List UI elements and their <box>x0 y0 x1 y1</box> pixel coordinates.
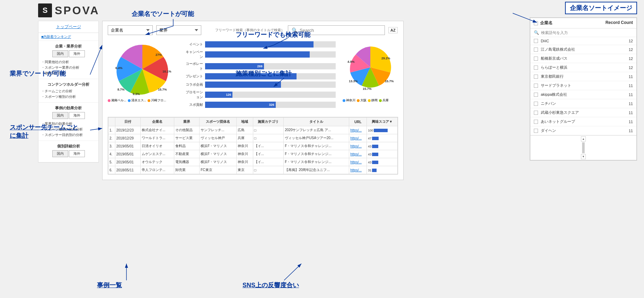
row-record-count: 11 <box>626 129 633 133</box>
sidebar-tab-domestic-1[interactable]: 国内 <box>52 50 68 57</box>
svg-text:13.3%: 13.3% <box>349 79 358 83</box>
table-row: 1. 2019/12/23 株式会社ナイ... その他製品 サンフレッチ... … <box>108 126 398 134</box>
right-panel-company-row[interactable]: 武蔵小杉東急スクエア 11 <box>530 108 636 117</box>
cell-category: 【イ... <box>253 158 284 166</box>
sidebar-item-same-industry[interactable]: 同業他社の分析 <box>41 59 96 65</box>
cell-area: 東京 <box>237 166 253 174</box>
right-panel-company-row[interactable]: akippa株式会社 11 <box>530 90 636 99</box>
row-record-count: 12 <box>626 39 633 43</box>
logo-s-icon: S <box>38 3 52 17</box>
row-checkbox[interactable] <box>534 57 538 61</box>
sidebar-section-title-1: 企業・業界分析 <box>41 44 96 49</box>
sidebar-tabs-4: 国内 海外 <box>41 150 96 157</box>
sidebar-tab-overseas-3[interactable]: 海外 <box>69 112 85 119</box>
cell-category: □ <box>253 166 284 174</box>
cell-date: 2018/12/29 <box>115 134 140 142</box>
pie-chart-2: 29.2% 15.7% 15.7% 13.3% 4.9% <box>343 41 398 97</box>
row-checkbox[interactable] <box>534 93 538 97</box>
sidebar-tab-overseas-4[interactable]: 海外 <box>69 150 85 157</box>
pie-legend-2: 神奈川 大阪 静岡 兵庫 <box>343 98 398 103</box>
col-area[interactable]: 地域 <box>237 118 253 126</box>
col-category[interactable]: 施策カテゴリ <box>253 118 284 126</box>
row-checkbox[interactable] <box>534 48 538 52</box>
col-url[interactable]: URL <box>349 118 367 126</box>
row-checkbox[interactable] <box>534 102 538 106</box>
col-title[interactable]: タイトル <box>284 118 349 126</box>
row-company-name: akippa株式会社 <box>541 92 623 97</box>
right-panel-company-row[interactable]: 江ノ島電鉄株式会社 12 <box>530 45 636 54</box>
sidebar-tab-overseas-1[interactable]: 海外 <box>69 50 85 57</box>
right-panel-company-row[interactable]: ダイヘン 11 <box>530 126 636 135</box>
bar-row-collab: コラボ企画 <box>184 82 336 88</box>
right-panel-company-row[interactable]: ニチバン 11 <box>530 99 636 108</box>
cell-url[interactable]: https/... <box>349 142 367 150</box>
col-date[interactable]: 日付 <box>115 118 140 126</box>
cell-url[interactable]: https/... <box>349 126 367 134</box>
svg-text:9.3%: 9.3% <box>133 92 140 96</box>
right-panel-company-row[interactable]: サードプラネット 11 <box>530 81 636 90</box>
col-team[interactable]: スポーツ団体名 <box>200 118 237 126</box>
cell-url[interactable]: https/... <box>349 134 367 142</box>
right-panel-rows: DHC 12 江ノ島電鉄株式会社 12 船橋新京成バス 12 ららぽーと横浜 1… <box>530 37 636 135</box>
header-checkbox[interactable] <box>534 21 538 25</box>
right-panel-search-input[interactable] <box>541 31 610 35</box>
cell-num: 1. <box>108 126 115 134</box>
bar-label-campaign: キャンペーン <box>184 50 203 59</box>
right-panel-company-row[interactable]: 東京都民銀行 11 <box>530 72 636 81</box>
annotation-sponsor-team: スポンサー先チームごとに集計 <box>10 123 78 140</box>
bar-label-present: プレゼント <box>184 74 203 79</box>
right-panel-company-row[interactable]: あいネットグループ 11 <box>530 117 636 126</box>
right-panel-company-row[interactable]: 船橋新京成バス 12 <box>530 54 636 63</box>
sidebar-section-detail: 個別詳細分析 国内 海外 <box>38 141 98 162</box>
col-industry[interactable]: 業界 <box>174 118 199 126</box>
row-checkbox[interactable] <box>534 129 538 133</box>
row-checkbox[interactable] <box>534 111 538 115</box>
company-filter[interactable]: 企業名 <box>108 25 153 35</box>
cell-score: 100 <box>367 126 398 134</box>
col-num <box>108 118 115 126</box>
cell-industry: 電気機器 <box>174 158 199 166</box>
sidebar-item-sports-type[interactable]: スポーツ種別の分析 <box>41 94 96 100</box>
cell-date: 2018/05/11 <box>115 166 140 174</box>
sidebar-item-team[interactable]: チームごとの分析 <box>41 88 96 94</box>
cell-industry: 卸売業 <box>174 166 199 174</box>
col-company[interactable]: 企業名 <box>141 118 174 126</box>
cell-team: 横浜F・マリノス <box>200 150 237 158</box>
sidebar-top-link[interactable]: トップページ <box>38 21 98 33</box>
svg-text:6.4%: 6.4% <box>115 66 123 70</box>
cell-category: □ <box>253 126 284 134</box>
row-checkbox[interactable] <box>534 39 538 43</box>
cell-company: ムゲンエステ... <box>141 150 174 158</box>
row-checkbox[interactable] <box>534 66 538 70</box>
sidebar-sub-link[interactable]: ■内新着ランキング <box>38 33 98 41</box>
cell-num: 4. <box>108 150 115 158</box>
cell-area: 広島 <box>237 126 253 134</box>
scroll-up-arrow[interactable]: ▲ <box>581 136 586 142</box>
right-panel-company-row[interactable]: ららぽーと横浜 12 <box>530 63 636 72</box>
row-checkbox[interactable] <box>534 84 538 88</box>
bar-label-spoko: スポ貢献 <box>184 102 203 107</box>
row-record-count: 12 <box>626 48 633 52</box>
search-input[interactable] <box>300 28 376 33</box>
az-badge[interactable]: AZ <box>388 27 398 33</box>
scroll-down-arrow[interactable]: ▼ <box>581 154 586 159</box>
svg-text:27%: 27% <box>156 53 162 57</box>
industry-filter[interactable]: 業界 <box>156 25 201 35</box>
col-score[interactable]: 興味スコア▼ <box>367 118 398 126</box>
cell-category: 【イ... <box>253 142 284 150</box>
cell-url[interactable]: https/... <box>349 150 367 158</box>
cell-url[interactable]: https/... <box>349 158 367 166</box>
pie-legend-1: 湘南ベル... 清水エス... 川崎フロ... <box>108 98 177 103</box>
row-record-count: 11 <box>626 84 633 88</box>
table-row: 2. 2018/12/29 ワールドトラ... サービス業 ヴィッセル神戸 兵庫… <box>108 134 398 142</box>
right-panel-company-row[interactable]: DHC 12 <box>530 37 636 45</box>
bar-label-promotion: プロモーション <box>184 90 203 100</box>
sidebar-tab-domestic-4[interactable]: 国内 <box>52 150 68 157</box>
row-checkbox[interactable] <box>534 120 538 124</box>
row-checkbox[interactable] <box>534 75 538 79</box>
right-panel-col2: Record Count <box>606 20 633 26</box>
cell-company: ワールドトラ... <box>141 134 174 142</box>
bar-row-promotion: プロモーション 126 <box>184 90 336 100</box>
sidebar-tab-domestic-3[interactable]: 国内 <box>52 112 68 119</box>
cell-url[interactable]: https/... <box>349 166 367 174</box>
